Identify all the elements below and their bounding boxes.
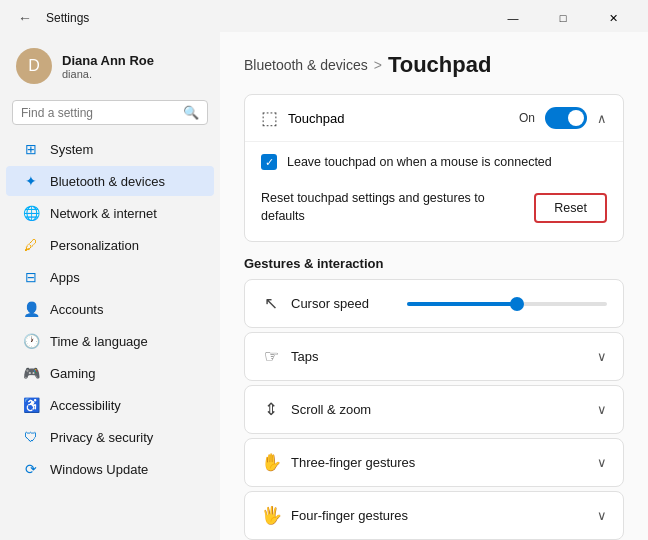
scroll-zoom-label: Scroll & zoom [291, 402, 371, 417]
touchpad-title: Touchpad [288, 111, 344, 126]
reset-row: Reset touchpad settings and gestures to … [261, 182, 607, 229]
reset-text: Reset touchpad settings and gestures to … [261, 190, 521, 225]
personalization-icon: 🖊 [22, 237, 40, 253]
taps-card: ☞ Taps ∨ [244, 332, 624, 381]
cursor-speed-card: ↖ Cursor speed [244, 279, 624, 328]
user-email: diana. [62, 68, 154, 80]
close-button[interactable]: ✕ [590, 6, 636, 30]
checkbox-label: Leave touchpad on when a mouse is connec… [287, 155, 552, 169]
user-text: Diana Ann Roe diana. [62, 53, 154, 80]
breadcrumb: Bluetooth & devices > Touchpad [244, 52, 624, 78]
sidebar-item-gaming[interactable]: 🎮 Gaming [6, 358, 214, 388]
three-finger-left: ✋ Three-finger gestures [261, 452, 415, 473]
checkbox-row[interactable]: ✓ Leave touchpad on when a mouse is conn… [261, 142, 607, 182]
window-title: Settings [46, 11, 89, 25]
search-input[interactable] [21, 106, 177, 120]
time-icon: 🕐 [22, 333, 40, 349]
cursor-speed-left: ↖ Cursor speed [261, 293, 369, 314]
four-finger-left: 🖐 Four-finger gestures [261, 505, 408, 526]
scroll-zoom-icon: ⇕ [261, 399, 281, 420]
search-box[interactable]: 🔍 [12, 100, 208, 125]
slider-thumb [510, 297, 524, 311]
sidebar-item-apps[interactable]: ⊟ Apps [6, 262, 214, 292]
sidebar-item-accessibility[interactable]: ♿ Accessibility [6, 390, 214, 420]
taps-label: Taps [291, 349, 318, 364]
cursor-icon: ↖ [261, 293, 281, 314]
touchpad-card-body: ✓ Leave touchpad on when a mouse is conn… [245, 141, 623, 241]
accounts-icon: 👤 [22, 301, 40, 317]
sidebar-item-personalization[interactable]: 🖊 Personalization [6, 230, 214, 260]
search-icon: 🔍 [183, 105, 199, 120]
taps-icon: ☞ [261, 346, 281, 367]
title-bar-controls: — □ ✕ [490, 6, 636, 30]
touchpad-card-header[interactable]: ⬚ Touchpad On ∧ [245, 95, 623, 141]
apps-icon: ⊟ [22, 269, 40, 285]
username: Diana Ann Roe [62, 53, 154, 68]
cursor-speed-row[interactable]: ↖ Cursor speed [245, 280, 623, 327]
title-bar-left: ← Settings [12, 8, 89, 28]
card-right: On ∧ [519, 107, 607, 129]
three-finger-card: ✋ Three-finger gestures ∨ [244, 438, 624, 487]
network-icon: 🌐 [22, 205, 40, 221]
scroll-zoom-chevron-icon: ∨ [597, 402, 607, 417]
scroll-zoom-card: ⇕ Scroll & zoom ∨ [244, 385, 624, 434]
reset-button[interactable]: Reset [534, 193, 607, 223]
slider-fill [407, 302, 517, 306]
user-info[interactable]: D Diana Ann Roe diana. [0, 40, 220, 96]
three-finger-chevron-icon: ∨ [597, 455, 607, 470]
slider-track [407, 302, 607, 306]
touchpad-card: ⬚ Touchpad On ∧ ✓ Leave touchpad on when [244, 94, 624, 242]
four-finger-label: Four-finger gestures [291, 508, 408, 523]
breadcrumb-parent: Bluetooth & devices [244, 57, 368, 73]
cursor-speed-slider[interactable] [407, 302, 607, 306]
check-icon: ✓ [265, 156, 274, 169]
sidebar-item-privacy[interactable]: 🛡 Privacy & security [6, 422, 214, 452]
four-finger-row[interactable]: 🖐 Four-finger gestures ∨ [245, 492, 623, 539]
sidebar-item-accounts[interactable]: 👤 Accounts [6, 294, 214, 324]
touchpad-toggle[interactable] [545, 107, 587, 129]
main-content: Bluetooth & devices > Touchpad ⬚ Touchpa… [220, 32, 648, 540]
maximize-button[interactable]: □ [540, 6, 586, 30]
three-finger-icon: ✋ [261, 452, 281, 473]
leave-touchpad-checkbox[interactable]: ✓ [261, 154, 277, 170]
breadcrumb-current: Touchpad [388, 52, 491, 78]
sidebar-item-bluetooth[interactable]: ✦ Bluetooth & devices [6, 166, 214, 196]
card-header-left: ⬚ Touchpad [261, 107, 344, 129]
four-finger-card: 🖐 Four-finger gestures ∨ [244, 491, 624, 540]
scroll-zoom-row[interactable]: ⇕ Scroll & zoom ∨ [245, 386, 623, 433]
toggle-knob [568, 110, 584, 126]
sidebar-item-windows-update[interactable]: ⟳ Windows Update [6, 454, 214, 484]
system-icon: ⊞ [22, 141, 40, 157]
three-finger-label: Three-finger gestures [291, 455, 415, 470]
taps-row[interactable]: ☞ Taps ∨ [245, 333, 623, 380]
accessibility-icon: ♿ [22, 397, 40, 413]
gaming-icon: 🎮 [22, 365, 40, 381]
sidebar-item-network[interactable]: 🌐 Network & internet [6, 198, 214, 228]
three-finger-row[interactable]: ✋ Three-finger gestures ∨ [245, 439, 623, 486]
privacy-icon: 🛡 [22, 429, 40, 445]
bluetooth-icon: ✦ [22, 173, 40, 189]
sidebar-item-system[interactable]: ⊞ System [6, 134, 214, 164]
avatar: D [16, 48, 52, 84]
cursor-speed-label: Cursor speed [291, 296, 369, 311]
sidebar: D Diana Ann Roe diana. 🔍 ⊞ System ✦ Blue… [0, 32, 220, 540]
back-button[interactable]: ← [12, 8, 38, 28]
title-bar: ← Settings — □ ✕ [0, 0, 648, 32]
breadcrumb-separator: > [374, 57, 382, 73]
toggle-label: On [519, 111, 535, 125]
four-finger-icon: 🖐 [261, 505, 281, 526]
touchpad-icon: ⬚ [261, 107, 278, 129]
gestures-section-title: Gestures & interaction [244, 256, 624, 271]
windows-update-icon: ⟳ [22, 461, 40, 477]
minimize-button[interactable]: — [490, 6, 536, 30]
touchpad-chevron-up-icon: ∧ [597, 111, 607, 126]
scroll-zoom-left: ⇕ Scroll & zoom [261, 399, 371, 420]
four-finger-chevron-icon: ∨ [597, 508, 607, 523]
app-body: D Diana Ann Roe diana. 🔍 ⊞ System ✦ Blue… [0, 32, 648, 540]
taps-chevron-icon: ∨ [597, 349, 607, 364]
taps-left: ☞ Taps [261, 346, 318, 367]
sidebar-item-time[interactable]: 🕐 Time & language [6, 326, 214, 356]
